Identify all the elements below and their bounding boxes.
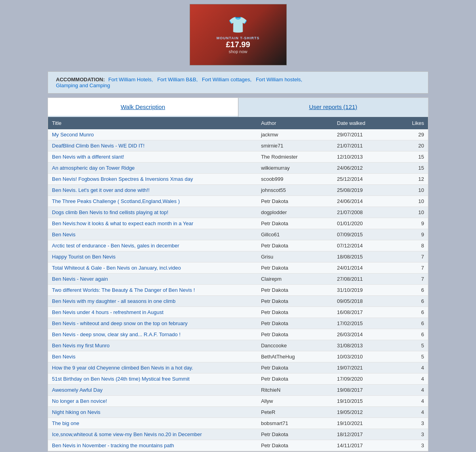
cell-date: 19/10/2021 — [333, 418, 394, 429]
walk-description-tab-link[interactable]: Walk Description — [121, 103, 165, 110]
tabs-header: Walk Description User reports (121) — [48, 98, 428, 117]
fort-william-hotels-link[interactable]: Fort William Hotels, — [108, 77, 153, 82]
banner-area: 👕 MOUNTAIN T-SHIRTS £17.99 shop now — [48, 0, 428, 71]
table-row: Happy Tourist on Ben NevisGrisu18/08/201… — [48, 251, 428, 262]
report-title-link[interactable]: Happy Tourist on Ben Nevis — [52, 254, 115, 260]
cell-title: Ben Nevis — [48, 229, 257, 240]
cell-likes: 8 — [394, 240, 428, 251]
cell-title: Awesomely Awful Day — [48, 385, 257, 396]
report-title-link[interactable]: Ben Nevis my first Munro — [52, 343, 109, 349]
tab-user-reports[interactable]: User reports (121) — [238, 98, 428, 117]
report-title-link[interactable]: Ben Nevis - Never again — [52, 276, 108, 282]
report-title-link[interactable]: Ben Nevis under 4 hours - refreshment in… — [52, 309, 163, 315]
report-title-link[interactable]: Ben Nevis - whiteout and deep snow on th… — [52, 320, 188, 326]
cell-date: 24/06/2012 — [333, 163, 394, 174]
cell-title: Ben Nevis my first Munro — [48, 340, 257, 351]
cell-author: Petr Dakota — [257, 218, 333, 229]
user-reports-tab-link[interactable]: User reports (121) — [309, 103, 357, 110]
report-title-link[interactable]: The Three Peaks Challenge ( Scotland,Eng… — [52, 198, 180, 204]
report-title-link[interactable]: Ben Nevis - deep snow, clear sky and... … — [52, 331, 180, 337]
cell-title: My Second Munro — [48, 129, 257, 140]
cell-likes: 4 — [394, 407, 428, 418]
cell-author: smirnie71 — [257, 140, 333, 151]
cell-likes: 6 — [394, 296, 428, 307]
cell-date: 24/06/2014 — [333, 196, 394, 207]
accommodation-label: ACCOMMODATION: — [56, 77, 105, 82]
report-title-link[interactable]: Two different Worlds: The Beauty & The D… — [52, 287, 195, 293]
table-row: An atmospheric day on Tower Ridgewilkiem… — [48, 163, 428, 174]
report-title-link[interactable]: No longer a Ben novice! — [52, 398, 107, 404]
cell-likes: 5 — [394, 340, 428, 351]
cell-likes: 12 — [394, 174, 428, 185]
report-title-link[interactable]: Ben Nevis. Let's get it over and done wi… — [52, 187, 150, 193]
table-row: Ben Nevis! Fogbows Broken Spectres & Inv… — [48, 174, 428, 185]
report-title-link[interactable]: Ice,snow,whiteout & some view-my Ben Nev… — [52, 431, 202, 437]
cell-title: Ben Nevis. Let's get it over and done wi… — [48, 185, 257, 196]
report-title-link[interactable]: Ben Nevis — [52, 354, 75, 360]
cell-date: 26/03/2014 — [333, 329, 394, 340]
table-row: Ben Nevis - Never againClairepm27/08/201… — [48, 274, 428, 285]
report-title-link[interactable]: DeafBlind Climb Ben Nevis - WE DID IT! — [52, 143, 144, 149]
cell-likes: 9 — [394, 218, 428, 229]
report-title-link[interactable]: My Second Munro — [52, 132, 94, 138]
cell-likes: 4 — [394, 362, 428, 373]
cell-date: 18/12/2017 — [333, 429, 394, 440]
report-title-link[interactable]: Total Whiteout & Gale - Ben Nevis on Jan… — [52, 265, 181, 271]
cell-likes: 3 — [394, 418, 428, 429]
tab-walk-description[interactable]: Walk Description — [48, 98, 238, 117]
table-row: Awesomely Awful DayRitchieN19/08/20174 — [48, 385, 428, 396]
cell-author: The Rodmiester — [257, 151, 333, 163]
cell-likes: 3 — [394, 429, 428, 440]
report-title-link[interactable]: Ben Nevis! Fogbows Broken Spectres & Inv… — [52, 176, 193, 182]
report-title-link[interactable]: Ben Nevis — [52, 232, 75, 237]
table-row: Ben NevisBethAtTheHug10/03/20105 — [48, 351, 428, 362]
cell-author: scoob999 — [257, 174, 333, 185]
cell-likes: 15 — [394, 151, 428, 163]
cell-author: Petr Dakota — [257, 307, 333, 318]
cell-author: Clairepm — [257, 274, 333, 285]
report-title-link[interactable]: Dogs climb Ben Nevis to find cellists pl… — [52, 209, 168, 215]
table-row: Ben Nevis - whiteout and deep snow on th… — [48, 318, 428, 329]
report-title-link[interactable]: Ben Nevis:how it looks & what to expect … — [52, 220, 193, 226]
report-title-link[interactable]: Arctic test of endurance - Ben Nevis, ga… — [52, 243, 179, 249]
table-row: Ben Nevis under 4 hours - refreshment in… — [48, 307, 428, 318]
glamping-camping-link[interactable]: Glamping and Camping — [56, 82, 110, 88]
cell-author: PeteR — [257, 407, 333, 418]
table-row: Ben Nevis my first MunroDanccooke31/08/2… — [48, 340, 428, 351]
cell-title: Ben Nevis — [48, 351, 257, 362]
cell-date: 27/08/2011 — [333, 274, 394, 285]
report-title-link[interactable]: The big one — [52, 420, 79, 426]
tshirt-ad-banner[interactable]: 👕 MOUNTAIN T-SHIRTS £17.99 shop now — [190, 4, 287, 65]
cell-date: 19/07/2021 — [333, 362, 394, 373]
table-row: Ben Nevis. Let's get it over and done wi… — [48, 185, 428, 196]
report-title-link[interactable]: How the 9 year old Cheyenne climbed Ben … — [52, 365, 193, 371]
cell-likes: 3 — [394, 440, 428, 451]
fort-william-hostels-link[interactable]: Fort William hostels, — [256, 77, 302, 82]
cell-title: Ben Nevis with a different slant! — [48, 151, 257, 163]
table-row: Night hiking on NevisPeteR19/05/20124 — [48, 407, 428, 418]
table-row: Ben NevisGillco6107/09/20159 — [48, 229, 428, 240]
cell-date: 01/01/2020 — [333, 218, 394, 229]
report-title-link[interactable]: Ben Nevis in November - tracking the mou… — [52, 442, 174, 448]
cell-title: Two different Worlds: The Beauty & The D… — [48, 285, 257, 296]
report-title-link[interactable]: Ben Nevis with a different slant! — [52, 154, 124, 160]
report-title-link[interactable]: 51st Birthday on Ben Nevis (24th time) M… — [52, 376, 190, 382]
cell-date: 12/10/2013 — [333, 151, 394, 163]
cell-title: 51st Birthday on Ben Nevis (24th time) M… — [48, 373, 257, 385]
cell-date: 29/07/2011 — [333, 129, 394, 140]
fort-william-cottages-link[interactable]: Fort William cottages, — [202, 77, 251, 82]
report-title-link[interactable]: Ben Nevis with my daughter - all seasons… — [52, 298, 175, 304]
report-title-link[interactable]: Awesomely Awful Day — [52, 387, 102, 393]
table-row: Ben Nevis:how it looks & what to expect … — [48, 218, 428, 229]
cell-title: Happy Tourist on Ben Nevis — [48, 251, 257, 262]
cell-title: DeafBlind Climb Ben Nevis - WE DID IT! — [48, 140, 257, 151]
cell-author: dogplodder — [257, 207, 333, 218]
cell-likes: 4 — [394, 373, 428, 385]
cell-title: How the 9 year old Cheyenne climbed Ben … — [48, 362, 257, 373]
report-title-link[interactable]: Night hiking on Nevis — [52, 409, 100, 415]
cell-author: Petr Dakota — [257, 285, 333, 296]
fort-william-bb-link[interactable]: Fort William B&B, — [157, 77, 198, 82]
cell-likes: 6 — [394, 307, 428, 318]
report-title-link[interactable]: An atmospheric day on Tower Ridge — [52, 165, 135, 171]
cell-date: 10/03/2010 — [333, 351, 394, 362]
